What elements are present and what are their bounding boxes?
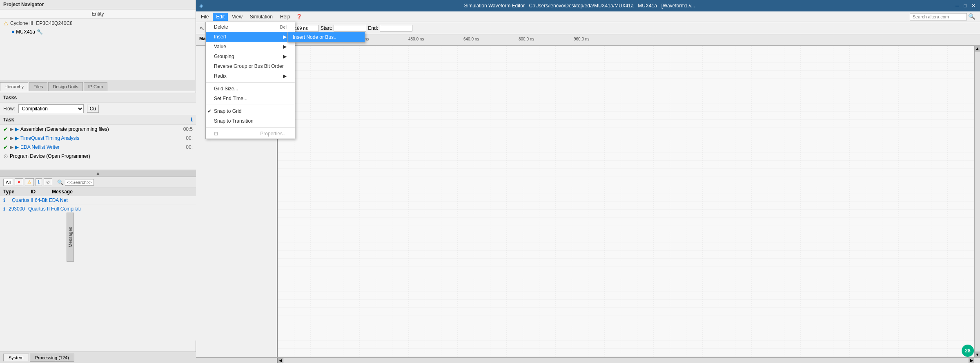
- grouping-label: Grouping: [214, 54, 234, 59]
- start-input[interactable]: [334, 25, 366, 31]
- tab-hierarchy[interactable]: Hierarchy: [0, 82, 28, 91]
- menu-item-properties[interactable]: ⊡ Properties...: [206, 129, 295, 139]
- menu-help[interactable]: Help: [277, 13, 294, 21]
- horizontal-scrollbar[interactable]: ◀ ▶: [278, 358, 974, 363]
- warning-icon: ⚠: [3, 20, 9, 27]
- tab-ip-com[interactable]: IP Com: [84, 82, 107, 91]
- insert-node-label: Insert Node or Bus...: [293, 34, 338, 40]
- expand-2[interactable]: ▶: [10, 135, 13, 141]
- task-row-2: ✔ ▶ ▶ TimeQuest Timing Analysis 00:: [0, 134, 196, 143]
- task-header: Task ℹ: [0, 115, 196, 125]
- waveform-content: Mast 160.0 ns 320.0 ns 480.0 ns 640.0 ns…: [196, 34, 980, 363]
- waveform-area: ▲ ▼: [196, 46, 980, 357]
- menu-item-snap-to-grid[interactable]: ✔ Snap to Grid: [206, 106, 295, 116]
- msg-info-btn[interactable]: ℹ: [36, 178, 42, 186]
- close-button[interactable]: ✕: [970, 2, 977, 9]
- run-icon-2: ▶: [15, 135, 19, 141]
- scroll-down-btn[interactable]: ▼: [975, 352, 980, 357]
- device-tree-item: ⚠ Cyclone III: EP3C40Q240C8: [0, 19, 196, 28]
- scroll-left-btn[interactable]: ◀: [278, 358, 283, 363]
- menu-item-grid-size[interactable]: Grid Size...: [206, 84, 295, 94]
- menu-sep-1: [206, 82, 295, 83]
- time-ruler: 160.0 ns 320.0 ns 480.0 ns 640.0 ns 800.…: [278, 34, 980, 45]
- msg-icon-2: ℹ: [3, 206, 5, 212]
- msg-column-header: Type ID Message: [0, 188, 196, 196]
- csdn-badge: 28: [962, 345, 974, 357]
- info-icon: ℹ: [191, 117, 193, 123]
- task-col-label: Task: [3, 117, 14, 123]
- value-label: Value: [214, 44, 226, 49]
- msg-error-btn[interactable]: ✕: [15, 178, 23, 186]
- check-icon-1: ✔: [3, 126, 8, 132]
- component-extra-icon: 🔧: [37, 29, 43, 35]
- entity-header: Entity: [0, 9, 196, 19]
- grid-size-label: Grid Size...: [214, 86, 238, 92]
- task-row-3: ✔ ▶ ▶ EDA Netlist Writer 00:: [0, 143, 196, 152]
- tab-files[interactable]: Files: [29, 82, 47, 91]
- component-tree-item: ■ MUX41a 🔧: [0, 28, 196, 36]
- waveform-editor: ◈ Simulation Waveform Editor - C:/Users/…: [196, 0, 980, 363]
- bottom-tab-system[interactable]: System: [3, 354, 29, 361]
- menu-simulation[interactable]: Simulation: [247, 13, 276, 21]
- menu-item-set-end-time[interactable]: Set End Time...: [206, 94, 295, 103]
- msg-search-input[interactable]: <<Search>>: [65, 179, 94, 186]
- menu-view[interactable]: View: [229, 13, 246, 21]
- device-icon-4: ⊙: [3, 153, 8, 159]
- menu-item-value[interactable]: Value ▶: [206, 42, 295, 52]
- menu-item-radix[interactable]: Radix ▶: [206, 71, 295, 81]
- msg-all-btn[interactable]: All: [3, 179, 13, 186]
- insert-arrow-icon: ▶: [283, 34, 287, 40]
- project-navigator: Project Navigator Entity ⚠ Cyclone III: …: [0, 0, 196, 363]
- menu-item-reverse-group[interactable]: Reverse Group or Bus Bit Order: [206, 61, 295, 71]
- msg-id-2: 293000: [9, 206, 25, 212]
- tick-800: 800.0 ns: [519, 37, 534, 41]
- expand-3[interactable]: ▶: [10, 144, 13, 150]
- msg-suppress-btn[interactable]: ⊘: [44, 178, 52, 186]
- task-name-1: Assembler (Generate programming files): [20, 126, 109, 132]
- grouping-arrow-icon: ▶: [283, 54, 287, 59]
- messages-side-text: Messages: [68, 227, 73, 247]
- task-row-1: ✔ ▶ ▶ Assembler (Generate programming fi…: [0, 125, 196, 134]
- menu-item-insert[interactable]: Insert ▶ Insert Node or Bus...: [206, 32, 295, 42]
- task-time-2: 00:: [186, 135, 193, 141]
- snap-grid-check-icon: ✔: [207, 108, 212, 114]
- menubar: File Edit View Simulation Help ❓ 🔍: [196, 11, 980, 22]
- msg-warn-btn[interactable]: ⚠: [25, 178, 34, 186]
- end-input[interactable]: [380, 25, 412, 31]
- search-icon: 🔍: [968, 13, 975, 20]
- expand-1[interactable]: ▶: [10, 126, 13, 132]
- submenu-insert-node[interactable]: Insert Node or Bus...: [288, 32, 365, 42]
- flow-extra-btn[interactable]: Cu: [87, 105, 99, 113]
- search-input[interactable]: [910, 13, 967, 20]
- scroll-up-btn[interactable]: ▲: [975, 46, 980, 52]
- menu-edit[interactable]: Edit: [213, 13, 228, 21]
- waveform-canvas[interactable]: [278, 46, 974, 357]
- end-label: End:: [368, 25, 378, 31]
- scroll-right-btn[interactable]: ▶: [969, 358, 974, 363]
- msg-icon-1: ℹ: [3, 197, 5, 203]
- msg-col-id: ID: [31, 189, 36, 195]
- vertical-scrollbar[interactable]: ▲ ▼: [974, 46, 980, 357]
- menu-item-delete[interactable]: Delete Del: [206, 22, 295, 32]
- msg-search-icon: 🔍: [57, 179, 63, 185]
- bottom-tab-processing[interactable]: Processing (124): [30, 354, 74, 362]
- check-icon-3: ✔: [3, 144, 8, 150]
- menu-file[interactable]: File: [198, 13, 212, 21]
- menu-item-snap-to-transition[interactable]: Snap to Transition: [206, 116, 295, 126]
- collapse-handle[interactable]: ▲: [0, 170, 196, 177]
- tasks-title: Tasks: [0, 93, 196, 103]
- snap-to-transition-label: Snap to Transition: [214, 118, 254, 124]
- help-icon: ❓: [296, 14, 302, 20]
- insert-submenu: Insert Node or Bus...: [287, 32, 365, 43]
- tab-design-units[interactable]: Design Units: [48, 82, 82, 91]
- task-time-3: 00:: [186, 144, 193, 150]
- messages-toolbar: All ✕ ⚠ ℹ ⊘ 🔍 <<Search>>: [0, 177, 196, 188]
- menu-item-grouping[interactable]: Grouping ▶: [206, 52, 295, 61]
- desktop: Project Navigator Entity ⚠ Cyclone III: …: [0, 0, 980, 363]
- minimize-button[interactable]: ─: [954, 2, 960, 9]
- waveform-app-icon: ◈: [199, 3, 203, 9]
- restore-button[interactable]: □: [962, 2, 969, 9]
- flow-select[interactable]: Compilation: [18, 104, 84, 113]
- edit-dropdown-menu: Delete Del Insert ▶ Insert Node or Bus..…: [205, 22, 295, 139]
- horizontal-scrollbar-row: ◀ ▶: [196, 357, 980, 363]
